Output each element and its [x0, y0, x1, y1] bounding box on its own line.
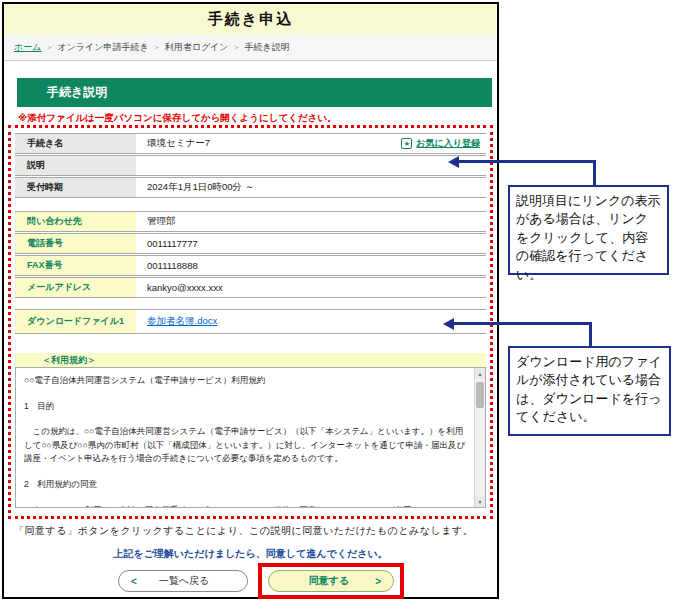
favorite-register-link[interactable]: ★ お気に入り登録	[401, 134, 480, 153]
row-value: kankyo@xxxx.xxx	[147, 278, 223, 297]
next-arrow-icon: >	[375, 576, 381, 587]
terms-section1-heading: 1 目的	[24, 400, 467, 414]
page-title-bar: 手続き申込	[4, 4, 497, 35]
scroll-down-icon[interactable]: ▼	[475, 496, 485, 507]
row-value: 2024年1月1日0時00分 ～	[147, 178, 254, 197]
row-value: 管理部	[147, 212, 176, 231]
row-label: 手続き名	[15, 134, 136, 153]
table-row-fax: FAX番号 0011118888	[15, 255, 486, 276]
procedure-detail-panel: 手続き名 環境セミナー7 ★ お気に入り登録 説明 受付時期 2024年1月1日…	[8, 125, 493, 519]
back-button-label: 一覧へ戻る	[137, 574, 231, 588]
table-row-email: メールアドレス kankyo@xxxx.xxx	[15, 277, 486, 298]
scroll-up-icon[interactable]: ▲	[475, 368, 485, 379]
bookmark-icon: ★	[401, 138, 412, 149]
callout1-connector	[593, 160, 596, 186]
table-row-description: 説明	[15, 155, 486, 176]
breadcrumb-home-link[interactable]: ホーム	[14, 41, 41, 54]
callout1-connector	[458, 160, 596, 163]
terms-section1-body: この規約は、○○電子自治体共同運営システム（電子申請サービス）（以下「本システム…	[24, 425, 467, 466]
agree-explanation-note: 「同意する」ボタンをクリックすることにより、この説明に同意いただけたものとみなし…	[14, 524, 473, 538]
terms-scrollbar[interactable]: ▲ ▼	[474, 368, 485, 507]
table-row-download-file: ダウンロードファイル1 参加者名簿.docx	[15, 309, 486, 334]
callout-link-note: 説明項目にリンクの表示がある場合は、リンクをクリックして、内容の確認を行ってくだ…	[508, 185, 669, 275]
breadcrumb-separator-icon: ＞	[45, 42, 53, 53]
table-row-contact: 問い合わせ先 管理部	[15, 211, 486, 232]
favorite-register-label: お気に入り登録	[416, 137, 480, 150]
table-row-procedure-name: 手続き名 環境セミナー7 ★ お気に入り登録	[15, 133, 486, 154]
attachment-warning-note: ※添付ファイルは一度パソコンに保存してから開くようにしてください。	[18, 112, 337, 125]
callout2-connector	[453, 322, 592, 325]
row-label: 電話番号	[15, 234, 136, 253]
agree-button[interactable]: 同意する >	[268, 570, 394, 592]
row-value: 環境セミナー7	[147, 134, 210, 153]
callout-download-note: ダウンロード用のファイルが添付されている場合は、ダウンロードを行ってください。	[508, 346, 671, 436]
breadcrumb-item: 手続き説明	[245, 41, 290, 54]
breadcrumb-separator-icon: ＞	[233, 42, 241, 53]
scrollbar-thumb[interactable]	[476, 382, 484, 408]
terms-title: ○○電子自治体共同運営システム（電子申請サービス）利用規約	[24, 374, 467, 388]
section-header: 手続き説明	[17, 78, 492, 107]
table-row-phone: 電話番号 0011117777	[15, 233, 486, 254]
row-value: 0011118888	[147, 256, 198, 275]
breadcrumb-item: 利用者ログイン	[165, 41, 229, 54]
terms-section2-body: 本システムを利用して申請・届出等手続を行うためには、この規約に同意していただくこ…	[24, 504, 467, 508]
back-to-list-button[interactable]: < 一覧へ戻る	[118, 570, 248, 592]
row-label: 問い合わせ先	[15, 212, 136, 231]
breadcrumb-item: オンライン申請手続き	[57, 41, 148, 54]
row-label: FAX番号	[15, 256, 136, 275]
proceed-instruction-note: 上記をご理解いただけましたら、同意して進んでください。	[4, 547, 497, 561]
callout2-connector	[589, 322, 592, 347]
row-label: 説明	[15, 156, 136, 175]
row-label: 受付時期	[15, 178, 136, 197]
page-title: 手続き申込	[208, 10, 293, 29]
breadcrumb-separator-icon: ＞	[153, 42, 161, 53]
application-page: 手続き申込 ホーム ＞ オンライン申請手続き ＞ 利用者ログイン ＞ 手続き説明…	[2, 2, 499, 599]
breadcrumb: ホーム ＞ オンライン申請手続き ＞ 利用者ログイン ＞ 手続き説明	[4, 35, 497, 61]
table-row-reception-period: 受付時期 2024年1月1日0時00分 ～	[15, 177, 486, 198]
row-label: メールアドレス	[15, 278, 136, 297]
download-file-link[interactable]: 参加者名簿.docx	[147, 315, 217, 328]
screenshot-canvas: 手続き申込 ホーム ＞ オンライン申請手続き ＞ 利用者ログイン ＞ 手続き説明…	[0, 0, 681, 604]
row-value: 0011117777	[147, 234, 198, 253]
row-label: ダウンロードファイル1	[15, 310, 136, 333]
agree-button-label: 同意する	[283, 574, 375, 588]
terms-of-use-header: ＜利用規約＞	[15, 353, 486, 367]
terms-section2-heading: 2 利用規約の同意	[24, 478, 467, 492]
terms-of-use-scrollbox[interactable]: ○○電子自治体共同運営システム（電子申請サービス）利用規約 1 目的 この規約は…	[15, 367, 486, 508]
